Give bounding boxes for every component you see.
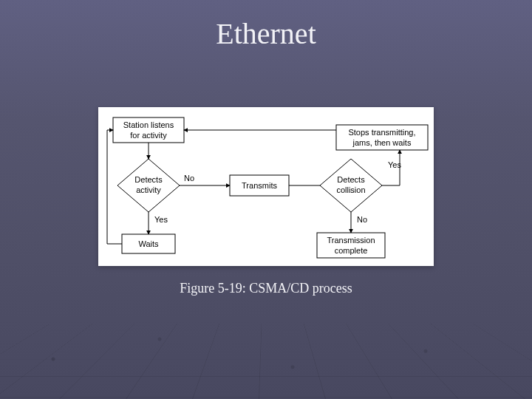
node-detects-activity-text-2: activity bbox=[136, 185, 161, 194]
node-listen-text-2: for activity bbox=[130, 131, 167, 140]
node-detects-collision-text-2: collision bbox=[336, 185, 365, 194]
node-complete-text-2: complete bbox=[335, 246, 368, 255]
node-detects-activity-text-1: Detects bbox=[134, 175, 163, 184]
node-transmits-text: Transmits bbox=[242, 181, 277, 190]
node-stops-text-2: jams, then waits bbox=[352, 138, 412, 147]
node-stops-text-1: Stops transmitting, bbox=[348, 128, 415, 137]
background-grid bbox=[0, 324, 532, 399]
label-no-2: No bbox=[357, 215, 367, 224]
flowchart-figure: Station listens for activity Detects act… bbox=[98, 107, 434, 266]
node-detects-collision-text-1: Detects bbox=[337, 175, 365, 184]
page-title: Ethernet bbox=[0, 16, 532, 51]
csma-cd-flowchart: Station listens for activity Detects act… bbox=[98, 107, 434, 266]
label-yes-1: Yes bbox=[154, 215, 168, 224]
figure-caption: Figure 5-19: CSMA/CD process bbox=[0, 281, 532, 296]
label-no-1: No bbox=[184, 174, 194, 183]
node-complete-text-1: Transmission bbox=[327, 236, 375, 245]
node-waits-text: Waits bbox=[138, 239, 159, 248]
node-listen-text-1: Station listens bbox=[123, 120, 174, 129]
